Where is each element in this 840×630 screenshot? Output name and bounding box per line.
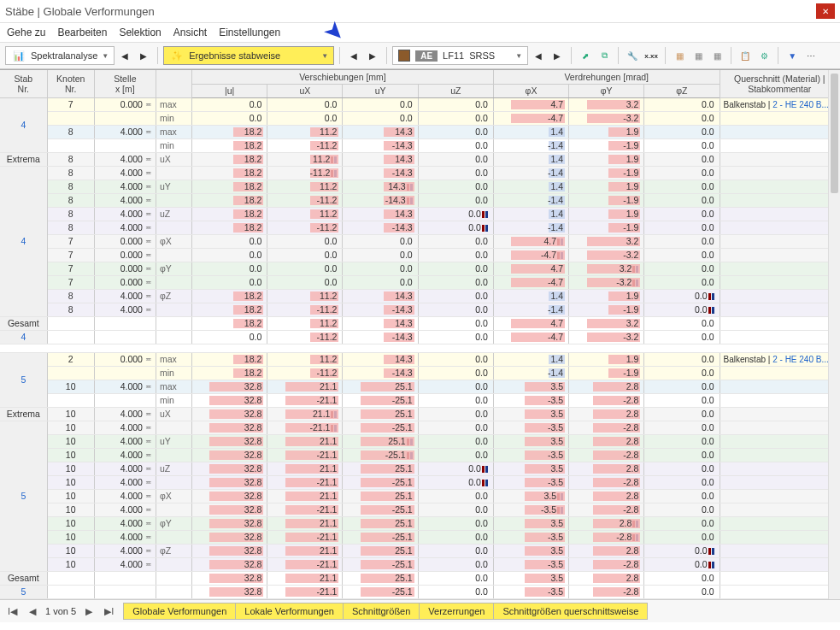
value-cell[interactable]: 0.0 (644, 97, 720, 111)
value-cell[interactable]: 0.0 (418, 380, 493, 393)
tab-schnittgroessen[interactable]: Schnittgrößen (343, 603, 420, 620)
value-cell[interactable]: 0.0 (644, 221, 720, 234)
value-cell[interactable]: 0.0 (418, 152, 493, 166)
value-cell[interactable]: 0.0 (343, 97, 418, 111)
value-cell[interactable]: 0.0 (644, 544, 720, 557)
col-knoten[interactable]: KnotenNr. (47, 70, 94, 97)
table-row[interactable]: Gesamt18.211.214.30.04.73.20.0 (0, 316, 840, 330)
value-cell[interactable]: -21.1 (267, 530, 343, 544)
value-cell[interactable]: 0.0 (644, 421, 720, 434)
table-row[interactable]: 70.000≖0.00.00.00.0-4.7-3.20.0 (0, 275, 840, 289)
value-cell[interactable]: -1.4 (493, 366, 568, 380)
value-cell[interactable]: 0.0 (644, 248, 720, 262)
value-cell[interactable]: 0.0 (644, 489, 720, 503)
value-cell[interactable]: -11.2 (267, 221, 343, 234)
value-cell[interactable]: 0.0 (644, 407, 720, 421)
value-cell[interactable]: -3.5 (493, 503, 568, 516)
value-cell[interactable]: -2.8 (569, 475, 644, 489)
value-cell[interactable]: 11.2 (267, 180, 343, 193)
value-cell[interactable]: -14.3 (343, 303, 418, 316)
table-row[interactable]: Extrema104.000≖uX32.821.125.10.03.52.80.… (0, 407, 840, 421)
value-cell[interactable]: -3.2 (569, 275, 644, 289)
value-cell[interactable]: 21.1 (267, 516, 343, 530)
table-row[interactable]: 5104.000≖32.8-21.1-25.10.0-3.5-2.80.0 (0, 421, 840, 434)
value-cell[interactable]: 32.8 (192, 544, 267, 557)
querschnitt-cell[interactable] (720, 571, 839, 585)
querschnitt-cell[interactable] (720, 544, 839, 557)
table-row[interactable]: 104.000≖max32.821.125.10.03.52.80.0 (0, 380, 840, 393)
value-cell[interactable]: -21.1 (267, 557, 343, 571)
value-cell[interactable]: 25.1 (343, 380, 418, 393)
table-row[interactable]: min0.00.00.00.0-4.7-3.20.0 (0, 111, 840, 125)
value-cell[interactable]: 3.2 (569, 262, 644, 275)
value-cell[interactable]: 3.5 (493, 544, 568, 557)
value-cell[interactable]: 0.0 (644, 262, 720, 275)
value-cell[interactable]: 0.0 (343, 234, 418, 248)
value-cell[interactable]: 32.8 (192, 530, 267, 544)
value-cell[interactable]: -3.5 (493, 557, 568, 571)
value-cell[interactable]: 2.8 (569, 434, 644, 448)
value-cell[interactable]: 25.1 (343, 407, 418, 421)
value-cell[interactable]: 1.9 (569, 125, 644, 138)
value-cell[interactable]: 0.0 (644, 503, 720, 516)
value-cell[interactable]: 0.0 (267, 262, 343, 275)
value-cell[interactable]: 0.0 (644, 111, 720, 125)
value-cell[interactable]: 18.2 (192, 289, 267, 303)
querschnitt-cell[interactable] (720, 166, 839, 180)
value-cell[interactable]: 0.0 (418, 166, 493, 180)
value-cell[interactable]: 32.8 (192, 380, 267, 393)
value-cell[interactable]: 3.2 (569, 97, 644, 111)
value-cell[interactable]: -2.8 (569, 393, 644, 407)
value-cell[interactable]: 0.0 (418, 248, 493, 262)
value-cell[interactable]: 1.4 (493, 352, 568, 366)
value-cell[interactable]: 21.1 (267, 434, 343, 448)
loadcase-dropdown[interactable]: AE LF11 SRSS ▼ (392, 46, 528, 65)
value-cell[interactable]: 2.8 (569, 407, 644, 421)
value-cell[interactable]: 32.8 (192, 407, 267, 421)
value-cell[interactable]: 0.0 (418, 544, 493, 557)
value-cell[interactable]: 0.0 (343, 275, 418, 289)
value-cell[interactable]: -2.8 (569, 585, 644, 598)
table-row[interactable]: 40.0-11.2-14.30.0-4.7-3.20.0 (0, 330, 840, 344)
value-cell[interactable]: 0.0 (418, 503, 493, 516)
value-cell[interactable]: 18.2 (192, 166, 267, 180)
value-cell[interactable]: -21.1 (267, 448, 343, 462)
value-cell[interactable]: 4.7 (493, 234, 568, 248)
value-cell[interactable]: 2.8 (569, 380, 644, 393)
value-cell[interactable]: -1.9 (569, 193, 644, 207)
value-cell[interactable]: 0.0 (644, 571, 720, 585)
tab-globale-verformungen[interactable]: Globale Verformungen (123, 603, 236, 620)
value-cell[interactable]: 4.7 (493, 316, 568, 330)
querschnitt-cell[interactable] (720, 557, 839, 571)
value-cell[interactable]: 0.0 (644, 475, 720, 489)
value-cell[interactable]: 14.3 (343, 352, 418, 366)
value-cell[interactable]: 18.2 (192, 221, 267, 234)
table-row[interactable]: 84.000≖18.2-11.2-14.30.0-1.4-1.90.0 (0, 303, 840, 316)
value-cell[interactable]: 25.1 (343, 462, 418, 475)
value-cell[interactable]: -21.1 (267, 421, 343, 434)
col-phiy[interactable]: φY (569, 84, 644, 97)
value-cell[interactable]: -11.2 (267, 138, 343, 152)
value-cell[interactable]: 0.0 (418, 207, 493, 221)
value-cell[interactable]: 0.0 (418, 462, 493, 475)
value-cell[interactable]: -3.5 (493, 393, 568, 407)
value-cell[interactable]: 0.0 (418, 289, 493, 303)
querschnitt-cell[interactable] (720, 180, 839, 193)
value-cell[interactable]: 0.0 (418, 303, 493, 316)
value-cell[interactable]: 0.0 (418, 475, 493, 489)
value-cell[interactable]: 0.0 (418, 111, 493, 125)
col-stelle[interactable]: Stellex [m] (94, 70, 156, 97)
value-cell[interactable]: 1.4 (493, 125, 568, 138)
value-cell[interactable]: 25.1 (343, 434, 418, 448)
value-cell[interactable]: 1.4 (493, 152, 568, 166)
value-cell[interactable]: -2.8 (569, 448, 644, 462)
value-cell[interactable]: 2.8 (569, 462, 644, 475)
value-cell[interactable]: -25.1 (343, 503, 418, 516)
col-uz[interactable]: uZ (418, 84, 493, 97)
table-row[interactable]: 104.000≖φZ32.821.125.10.03.52.80.0 (0, 544, 840, 557)
value-cell[interactable]: -1.4 (493, 138, 568, 152)
querschnitt-cell[interactable] (720, 407, 839, 421)
value-cell[interactable]: 32.8 (192, 585, 267, 598)
menu-selektion[interactable]: Selektion (119, 26, 161, 38)
value-cell[interactable]: -3.5 (493, 585, 568, 598)
